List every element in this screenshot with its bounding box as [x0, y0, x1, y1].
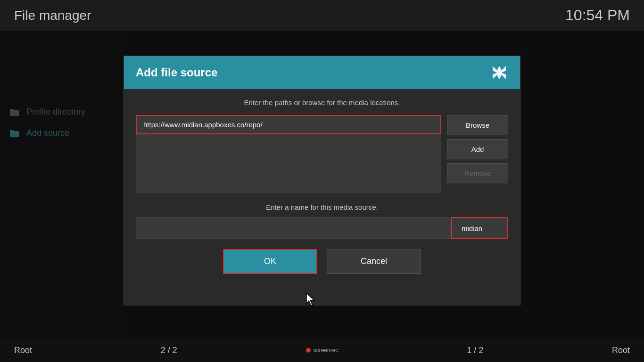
name-instruction: Enter a name for this media source. [136, 203, 508, 211]
path-extra-area [136, 134, 441, 193]
modal-title: Add file source [136, 66, 217, 79]
ok-button[interactable]: OK [223, 249, 317, 274]
remove-button[interactable]: Remove [447, 163, 508, 183]
app-title: File manager [14, 8, 91, 23]
add-file-source-dialog: Add file source Enter the paths or brows… [124, 56, 520, 305]
bottom-right-label: Root [612, 346, 630, 355]
name-value: midian [462, 224, 482, 232]
clock: 10:54 PM [565, 7, 630, 24]
path-instruction: Enter the paths or browse for the media … [136, 99, 508, 107]
dialog-buttons: OK Cancel [136, 249, 508, 274]
path-input-area: https://www.midian.appboxes.co/repo/ [136, 115, 441, 193]
bottom-left-pagination: 2 / 2 [161, 346, 177, 355]
bottom-left-label: Root [14, 346, 32, 355]
screenrec-badge: screenrec [306, 347, 339, 354]
bottom-right-pagination: 1 / 2 [467, 346, 483, 355]
add-button[interactable]: Add [447, 139, 508, 159]
path-value: https://www.midian.appboxes.co/repo/ [143, 121, 263, 129]
path-section: https://www.midian.appboxes.co/repo/ Bro… [136, 115, 508, 193]
name-input[interactable]: midian [451, 217, 508, 239]
cancel-button[interactable]: Cancel [327, 249, 421, 274]
name-input-container: midian [136, 217, 508, 239]
side-buttons: Browse Add Remove [447, 115, 508, 193]
modal-body: Enter the paths or browse for the media … [124, 89, 520, 283]
screenrec-dot [306, 348, 311, 353]
path-input[interactable]: https://www.midian.appboxes.co/repo/ [136, 115, 441, 134]
top-bar: File manager 10:54 PM [0, 0, 644, 31]
kodi-logo [490, 64, 508, 82]
modal-header: Add file source [124, 56, 520, 89]
screenrec-label: screenrec [314, 347, 339, 354]
bottom-bar: Root 2 / 2 screenrec 1 / 2 Root [0, 338, 644, 362]
browse-button[interactable]: Browse [447, 115, 508, 135]
name-section: Enter a name for this media source. midi… [136, 203, 508, 239]
svg-marker-1 [493, 66, 506, 79]
